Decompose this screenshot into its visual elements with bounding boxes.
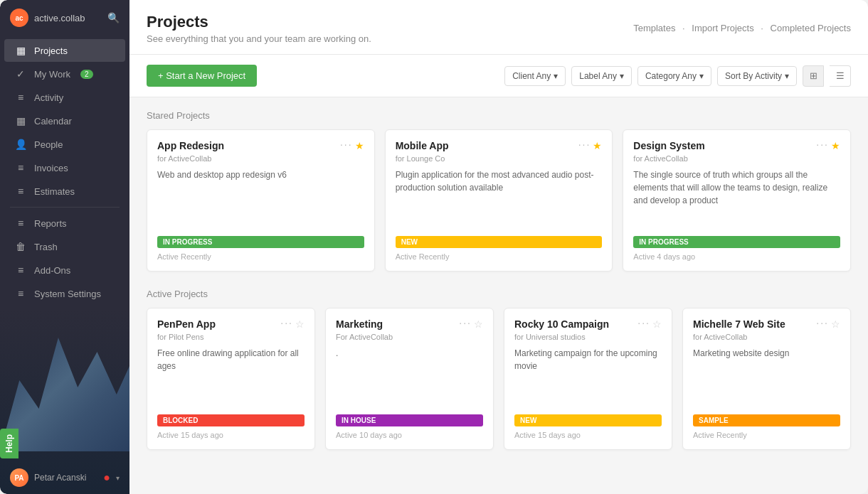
sidebar-item-invoices[interactable]: ≡ Invoices: [4, 156, 125, 179]
projects-content: Stared Projects App Redesign ★ for Activ…: [129, 97, 868, 480]
project-title: Mobile App: [396, 140, 449, 151]
project-active-time: Active 4 days ago: [633, 252, 840, 261]
project-active-time: Active Recently: [396, 252, 603, 261]
sort-button[interactable]: Sort By Activity ▾: [717, 66, 797, 86]
project-client: for Pilot Pens: [157, 333, 305, 341]
new-project-button[interactable]: + Start a New Project: [147, 65, 257, 87]
status-badge: NEW: [396, 236, 603, 248]
invoices-icon: ≡: [14, 162, 27, 173]
card-menu-icon[interactable]: ···: [637, 317, 650, 328]
card-menu-icon[interactable]: ···: [459, 317, 472, 328]
main-content: Projects See everything that you and you…: [129, 0, 868, 494]
my-work-badge: 2: [80, 70, 93, 79]
sidebar: ac active.collab 🔍 ▦ Projects ✓ My Work …: [0, 0, 129, 494]
status-badge: IN HOUSE: [336, 414, 483, 426]
sidebar-item-estimates[interactable]: ≡ Estimates: [4, 180, 125, 203]
toolbar: + Start a New Project Client Any ▾ Label…: [129, 55, 868, 97]
card-menu-icon[interactable]: ···: [340, 139, 353, 150]
projects-icon: ▦: [14, 45, 27, 56]
project-card-app-redesign: App Redesign ★ for ActiveCollab ··· Web …: [147, 129, 375, 272]
page-header: Projects See everything that you and you…: [129, 0, 868, 55]
project-client: for Lounge Co: [396, 154, 603, 163]
active-section-title: Active Projects: [147, 289, 851, 299]
star-icon[interactable]: ☆: [474, 318, 483, 330]
sidebar-item-label: Projects: [34, 45, 68, 56]
client-filter-label: Client Any: [512, 71, 551, 81]
sidebar-item-label: Trash: [34, 242, 58, 252]
project-active-time: Active Recently: [157, 252, 364, 261]
project-title: Design System: [633, 140, 704, 151]
chevron-down-icon[interactable]: ▾: [116, 474, 120, 482]
sidebar-divider: [10, 207, 120, 208]
import-projects-link[interactable]: Import Projects: [692, 23, 753, 33]
sidebar-header: ac active.collab 🔍: [0, 0, 129, 36]
sidebar-item-trash[interactable]: 🗑 Trash: [4, 235, 125, 258]
star-icon[interactable]: ☆: [295, 318, 305, 330]
sidebar-item-my-work[interactable]: ✓ My Work 2: [4, 63, 125, 85]
status-dot: ●: [103, 471, 110, 484]
project-client: for Universal studios: [514, 333, 662, 341]
label-filter-button[interactable]: Label Any ▾: [571, 66, 632, 86]
star-icon[interactable]: ★: [355, 140, 364, 151]
project-active-time: Active 15 days ago: [514, 431, 662, 439]
project-description: Web and desktop app redesign v6: [157, 168, 364, 200]
reports-icon: ≡: [14, 218, 27, 229]
chevron-down-icon: ▾: [785, 71, 789, 81]
project-card-mobile-app: Mobile App ★ for Lounge Co ··· Plugin ap…: [385, 129, 613, 272]
card-menu-icon[interactable]: ···: [578, 139, 591, 150]
chevron-down-icon: ▾: [554, 71, 558, 81]
project-client: For ActiveCollab: [336, 333, 483, 341]
sidebar-item-label: Activity: [34, 92, 63, 103]
project-client: for ActiveCollab: [693, 333, 840, 341]
sidebar-item-activity[interactable]: ≡ Activity: [4, 86, 125, 109]
sidebar-item-reports[interactable]: ≡ Reports: [4, 212, 125, 235]
card-menu-icon[interactable]: ···: [280, 317, 293, 328]
my-work-icon: ✓: [14, 68, 27, 80]
card-menu-icon[interactable]: ···: [816, 139, 829, 150]
project-title: Rocky 10 Campaign: [514, 318, 609, 330]
sidebar-item-addons[interactable]: ≡ Add-Ons: [4, 259, 125, 281]
project-description: Plugin application for the most advanced…: [396, 168, 603, 200]
addons-icon: ≡: [14, 264, 27, 276]
header-links: Templates · Import Projects · Completed …: [633, 23, 851, 33]
label-filter-label: Label Any: [579, 71, 617, 81]
templates-link[interactable]: Templates: [633, 23, 675, 33]
sidebar-item-label: Calendar: [34, 116, 72, 127]
status-badge: IN PROGRESS: [633, 236, 840, 248]
sidebar-item-calendar[interactable]: ▦ Calendar: [4, 109, 125, 132]
calendar-icon: ▦: [14, 115, 27, 127]
project-client: for ActiveCollab: [157, 154, 364, 163]
sidebar-item-system-settings[interactable]: ≡ System Settings: [4, 282, 125, 305]
grid-view-button[interactable]: ⊞: [803, 65, 824, 87]
sidebar-item-projects[interactable]: ▦ Projects: [4, 39, 125, 62]
sidebar-item-label: Reports: [34, 218, 67, 229]
avatar: PA: [10, 468, 28, 487]
project-card-penpen-app: PenPen App ☆ for Pilot Pens ··· Free onl…: [147, 308, 315, 450]
system-settings-icon: ≡: [14, 288, 27, 299]
star-icon[interactable]: ★: [831, 140, 840, 151]
project-title: App Redesign: [157, 140, 224, 151]
status-badge: BLOCKED: [157, 414, 305, 426]
sidebar-item-label: Invoices: [34, 163, 68, 173]
active-projects-grid: PenPen App ☆ for Pilot Pens ··· Free onl…: [147, 308, 851, 450]
project-active-time: Active 10 days ago: [336, 431, 483, 439]
sidebar-footer: PA Petar Acanski ● ▾: [0, 461, 129, 494]
list-view-button[interactable]: ☰: [830, 65, 851, 87]
client-filter-button[interactable]: Client Any ▾: [504, 66, 566, 86]
star-icon[interactable]: ☆: [652, 318, 662, 330]
starred-projects-grid: App Redesign ★ for ActiveCollab ··· Web …: [147, 129, 851, 272]
search-icon[interactable]: 🔍: [107, 12, 120, 23]
sidebar-item-label: Add-Ons: [34, 265, 70, 276]
project-description: Marketing campaign for the upcoming movi…: [514, 347, 662, 378]
project-card-michelle-website: Michelle 7 Web Site ☆ for ActiveCollab ·…: [682, 308, 851, 450]
completed-projects-link[interactable]: Completed Projects: [771, 23, 851, 33]
sort-label: Sort By Activity: [725, 71, 782, 81]
star-icon[interactable]: ☆: [831, 318, 840, 330]
category-filter-button[interactable]: Category Any ▾: [637, 66, 711, 86]
project-card-design-system: Design System ★ for ActiveCollab ··· The…: [623, 129, 851, 272]
sidebar-item-people[interactable]: 👤 People: [4, 133, 125, 156]
project-title: Michelle 7 Web Site: [693, 318, 785, 330]
star-icon[interactable]: ★: [593, 140, 602, 151]
trash-icon: 🗑: [14, 241, 27, 252]
card-menu-icon[interactable]: ···: [816, 317, 829, 328]
